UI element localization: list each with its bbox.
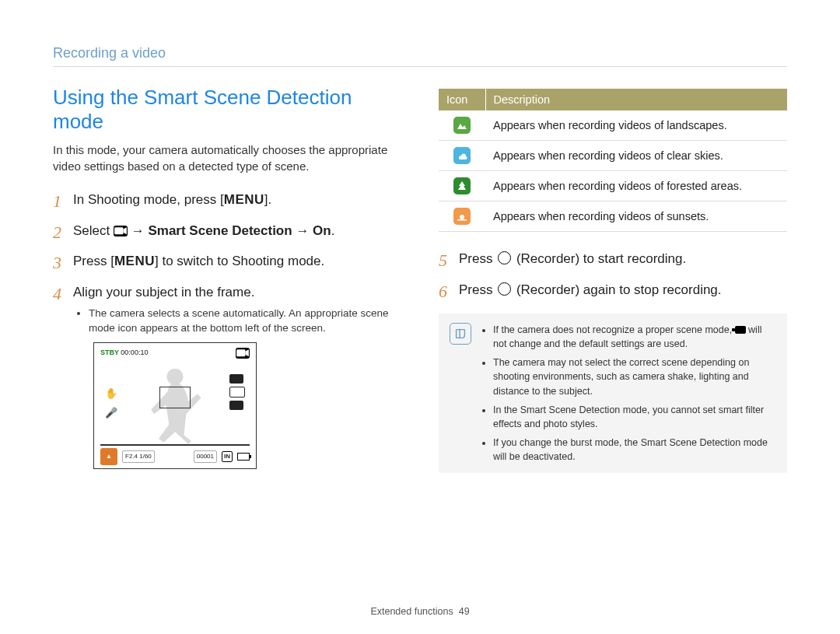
- scene-icon-table: Icon Description Appears when recording …: [439, 89, 787, 232]
- note-text: If the camera does not recognize a prope…: [493, 324, 735, 335]
- svg-marker-5: [457, 124, 467, 129]
- step-3: 3 Press [MENU] to switch to Shooting mod…: [53, 251, 401, 271]
- forest-scene-icon: [453, 177, 471, 194]
- time-label: 00:00:10: [121, 349, 148, 356]
- movie-mode-icon: [236, 348, 250, 359]
- svg-rect-8: [457, 219, 467, 221]
- page-footer: Extended functions 49: [0, 606, 840, 617]
- table-row: Appears when recording videos of clear s…: [439, 141, 787, 171]
- note-item: If the camera does not recognize a prope…: [493, 323, 776, 351]
- stby-label: STBY: [100, 349, 119, 356]
- step-text: Align your subject in the frame.: [73, 285, 254, 299]
- table-row: Appears when recording videos of landsca…: [439, 110, 787, 141]
- menu-label: MENU: [114, 254, 155, 268]
- preview-bottom-bar: ▲ F2.4 1/60 00001 IN: [100, 444, 250, 465]
- step-text: Press: [459, 251, 496, 266]
- intro-text: In this mode, your camera automatically …: [53, 142, 401, 174]
- arrow-icon: →: [131, 223, 145, 238]
- record-button-icon: [498, 282, 511, 296]
- menu-value-on: On: [313, 223, 331, 238]
- note-item: If you change the burst mode, the Smart …: [493, 436, 776, 464]
- image-stabilization-icon: ✋: [105, 386, 117, 401]
- step-text-suffix: ] to switch to Shooting mode.: [155, 254, 324, 268]
- fps-indicator-icon: [229, 387, 245, 398]
- table-row: Appears when recording videos of foreste…: [439, 171, 787, 201]
- note-list: If the camera does not recognize a prope…: [481, 323, 776, 464]
- step-text-suffix: (Recorder) again to stop recording.: [513, 282, 721, 297]
- step-text-suffix: ].: [264, 192, 271, 207]
- table-cell-description: Appears when recording videos of foreste…: [485, 171, 787, 201]
- microphone-icon: 🎤: [105, 405, 117, 421]
- aperture-shutter-info: F2.4 1/60: [122, 450, 155, 463]
- clear-sky-scene-icon: [453, 147, 471, 164]
- steps-list: 1 In Shooting mode, press [MENU]. 2 Sele…: [53, 190, 401, 469]
- step-6: 6 Press (Recorder) again to stop recordi…: [439, 280, 787, 300]
- camera-preview: STBY 00:00:10: [93, 342, 257, 469]
- table-header-icon: Icon: [439, 89, 485, 110]
- frame-counter: 00001: [194, 450, 217, 463]
- storage-in-badge: IN: [222, 451, 233, 462]
- preview-silhouette-area: ✋ 🎤: [100, 359, 250, 444]
- breadcrumb: Recording a video: [53, 45, 787, 67]
- battery-icon: [237, 453, 250, 461]
- table-cell-description: Appears when recording videos of landsca…: [485, 110, 787, 141]
- preview-left-icons: ✋ 🎤: [105, 386, 117, 421]
- step-1: 1 In Shooting mode, press [MENU].: [53, 190, 401, 210]
- step-number: 3: [53, 250, 61, 275]
- arrow-icon: →: [296, 223, 309, 238]
- preview-top-row: STBY 00:00:10: [100, 348, 250, 359]
- note-item: The camera may not select the correct sc…: [493, 356, 776, 398]
- right-column: Icon Description Appears when recording …: [439, 86, 787, 480]
- menu-label: MENU: [224, 192, 264, 207]
- video-mode-icon: [735, 326, 746, 334]
- step-text: Press [: [73, 254, 114, 268]
- svg-point-4: [166, 369, 183, 385]
- section-title: Using the Smart Scene Detection mode: [53, 86, 401, 134]
- note-icon: [450, 323, 471, 345]
- step-4-bullet: The camera selects a scene automatically…: [89, 306, 401, 336]
- step-number: 1: [53, 188, 61, 214]
- step-2: 2 Select → Smart Scene Detection → On.: [53, 221, 401, 241]
- note-box: If the camera does not recognize a prope…: [439, 313, 787, 473]
- step-text: Press: [459, 282, 496, 297]
- step-text: In Shooting mode, press [: [73, 192, 224, 207]
- scene-mode-badge: ▲: [100, 448, 117, 465]
- step-4: 4 Align your subject in the frame. The c…: [53, 282, 401, 469]
- table-cell-description: Appears when recording videos of sunsets…: [485, 201, 787, 232]
- preview-right-icons: [229, 374, 245, 410]
- svg-point-7: [460, 215, 464, 219]
- footer-section: Extended functions: [370, 606, 453, 617]
- metering-indicator-icon: [229, 401, 243, 410]
- sunset-scene-icon: [453, 208, 471, 225]
- table-row: Appears when recording videos of sunsets…: [439, 201, 787, 232]
- left-column: Using the Smart Scene Detection mode In …: [53, 86, 401, 480]
- svg-marker-1: [123, 227, 127, 234]
- svg-rect-0: [114, 227, 123, 234]
- step-number: 4: [53, 281, 61, 306]
- footer-page-number: 49: [459, 606, 470, 617]
- two-column-layout: Using the Smart Scene Detection mode In …: [53, 86, 787, 480]
- step-5: 5 Press (Recorder) to start recording.: [439, 249, 787, 269]
- page-root: Recording a video Using the Smart Scene …: [0, 0, 840, 634]
- step-number: 2: [53, 219, 61, 245]
- record-button-icon: [498, 251, 511, 264]
- table-cell-description: Appears when recording videos of clear s…: [485, 141, 787, 171]
- hd-indicator-icon: [229, 374, 243, 384]
- svg-rect-2: [236, 349, 245, 356]
- menu-path: Smart Scene Detection: [148, 223, 292, 238]
- step-number: 5: [439, 247, 447, 273]
- landscape-scene-icon: [453, 117, 471, 134]
- svg-marker-3: [245, 349, 249, 356]
- focus-box: [159, 387, 191, 408]
- step-text: Select: [73, 223, 110, 238]
- video-mode-icon: [114, 226, 128, 236]
- note-item: In the Smart Scene Detection mode, you c…: [493, 403, 776, 431]
- step-text-suffix: (Recorder) to start recording.: [513, 251, 686, 266]
- step-4-bullets: The camera selects a scene automatically…: [73, 306, 401, 336]
- table-header-description: Description: [485, 89, 787, 110]
- steps-list-continued: 5 Press (Recorder) to start recording. 6…: [439, 249, 787, 299]
- svg-marker-6: [458, 181, 466, 190]
- step-number: 6: [439, 278, 447, 304]
